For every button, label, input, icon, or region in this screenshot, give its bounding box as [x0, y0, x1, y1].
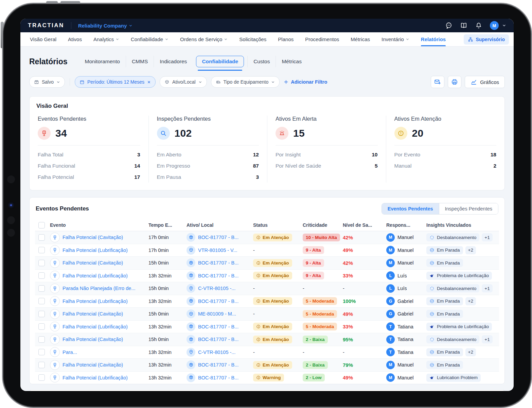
graficos-button[interactable]: Gráficos	[465, 76, 505, 88]
nav-item-ativos[interactable]: Ativos	[68, 32, 82, 46]
asset-link[interactable]: ME-801009 - M...	[198, 311, 236, 317]
nav-item-inventario[interactable]: Inventário	[382, 32, 409, 46]
insight-chip-em-parada[interactable]: OFFEm Parada	[426, 361, 463, 369]
event-link[interactable]: Falha Potencial (Lubrificação)	[63, 324, 128, 329]
insight-extra-count[interactable]: +1	[482, 284, 492, 292]
overview-stat-row: Manual2	[394, 160, 497, 171]
row-checkbox[interactable]	[38, 234, 45, 241]
asset-link[interactable]: C-VTR-80105 -...	[198, 350, 235, 355]
asset-link[interactable]: C-VTR-80105 -...	[198, 286, 235, 291]
tab-custos[interactable]: Custos	[247, 56, 276, 67]
insight-chip-problema-de-lubrificacao[interactable]: Problema de Lubrificação	[426, 323, 492, 331]
asset-link[interactable]: BOC-817707 - B...	[198, 273, 238, 278]
column-header-insights-vinculados[interactable]: Insights Vinculados	[426, 222, 499, 228]
chat-icon[interactable]	[445, 22, 453, 29]
tab-indicadores[interactable]: Indicadores	[154, 56, 193, 67]
insight-extra-count[interactable]: +2	[465, 297, 476, 305]
row-checkbox[interactable]	[38, 272, 45, 279]
insight-chip-desbalanceamento[interactable]: Desbalanceamento	[426, 335, 479, 343]
nav-item-solicitacoes[interactable]: Solicitações	[239, 32, 266, 46]
nav-item-ordens-de-servico[interactable]: Ordens de Serviço	[180, 32, 228, 46]
book-icon[interactable]	[460, 22, 467, 29]
insight-chip-em-parada[interactable]: OFFEm Parada	[426, 259, 463, 267]
asset-link[interactable]: BOC-817707 - B...	[198, 324, 238, 329]
row-checkbox[interactable]	[38, 336, 45, 343]
nav-item-planos[interactable]: Planos	[278, 32, 294, 46]
tab-confiabilidade[interactable]: Confiabilidade	[196, 56, 244, 67]
event-link[interactable]: Falha Potencial (Cavitação)	[63, 362, 123, 368]
nav-item-procedimentos[interactable]: Procedimentos	[305, 32, 339, 46]
email-report-button[interactable]	[431, 76, 444, 88]
row-checkbox[interactable]	[38, 298, 45, 304]
row-checkbox[interactable]	[38, 349, 45, 355]
column-header-respons[interactable]: Respons...	[386, 222, 426, 228]
insight-extra-count[interactable]: +1	[482, 233, 492, 241]
print-button[interactable]	[448, 76, 461, 88]
event-link[interactable]: Falha Potencial (Cavitação)	[63, 311, 123, 317]
nav-item-relatorios[interactable]: Relatórios	[421, 32, 446, 46]
event-link[interactable]: Falha Potencial (Lubrificação)	[63, 248, 128, 253]
column-header-nivel-de-sa[interactable]: Nível de Sa...	[343, 222, 386, 228]
insight-chip-lubrication-problem[interactable]: Lubrication Problem	[426, 374, 481, 382]
nav-item-metricas[interactable]: Métricas	[351, 32, 370, 46]
event-link[interactable]: Falha Potencial (Lubrificação)	[63, 375, 128, 380]
row-checkbox[interactable]	[38, 247, 45, 253]
insight-chip-em-parada[interactable]: OFFEm Parada	[426, 348, 463, 356]
asset-link[interactable]: BOC-817707 - B...	[198, 299, 238, 304]
tab-metricas[interactable]: Métricas	[276, 56, 307, 67]
event-link[interactable]: Falha Potencial (Cavitação)	[63, 260, 123, 266]
row-checkbox[interactable]	[38, 311, 45, 317]
event-link[interactable]: Para...	[63, 350, 77, 355]
asset-link[interactable]: BOC-817707 - B...	[198, 260, 238, 266]
insight-chip-desbalanceamento[interactable]: Desbalanceamento	[426, 233, 479, 241]
nav-item-analytics[interactable]: Analytics	[93, 32, 119, 46]
svg-text:OFF: OFF	[431, 313, 434, 315]
asset-link[interactable]: BOC-817707 - B...	[198, 235, 238, 240]
user-avatar[interactable]: M	[490, 21, 499, 30]
insight-chip-problema-de-lubrificacao[interactable]: Problema de Lubrificação	[426, 272, 492, 280]
add-filter-button[interactable]: Adicionar Filtro	[284, 79, 327, 85]
column-header-tempo-e[interactable]: Tempo E...	[148, 222, 187, 228]
nav-item-visao-geral[interactable]: Visão Geral	[30, 32, 56, 46]
insight-extra-count[interactable]: +2	[465, 246, 476, 254]
asset-link[interactable]: BOC-817707 - B...	[198, 375, 238, 380]
insight-chip-desbalanceamento[interactable]: Desbalanceamento	[426, 284, 479, 292]
select-all-checkbox[interactable]	[38, 222, 45, 228]
equipment-type-filter-chip[interactable]: Tipo de Equipamento	[211, 76, 280, 88]
asset-link[interactable]: VTR-801005 - V...	[198, 248, 237, 253]
event-link[interactable]: Falha Potencial (Lubrificação)	[63, 299, 128, 304]
toggle-eventos-pendentes[interactable]: Eventos Pendentes	[382, 203, 439, 214]
tab-monitoramento[interactable]: Monitoramento	[79, 56, 125, 67]
event-link[interactable]: Falha Potencial (Cavitação)	[63, 235, 123, 240]
insight-chip-em-parada[interactable]: OFFEm Parada	[426, 310, 463, 318]
event-link[interactable]: Falha Potencial (Lubrificação)	[63, 273, 128, 278]
insight-extra-count[interactable]: +1	[482, 335, 492, 343]
asset-link[interactable]: BOC-817707 - B...	[198, 337, 238, 342]
saved-filters-chip[interactable]: Salvo	[29, 76, 65, 88]
event-link[interactable]: Falha Potencial (Cavitação)	[63, 337, 123, 342]
row-checkbox[interactable]	[38, 323, 45, 330]
row-checkbox[interactable]	[38, 285, 45, 292]
asset-filter-chip[interactable]: Ativo/Local	[160, 76, 207, 88]
period-filter-chip[interactable]: Período: Últimos 12 Meses	[75, 76, 156, 88]
row-checkbox[interactable]	[38, 260, 45, 266]
tab-cmms[interactable]: CMMS	[126, 56, 154, 67]
row-checkbox[interactable]	[38, 362, 45, 368]
toggle-inspecoes-pendentes[interactable]: Inspeções Pendentes	[439, 203, 498, 214]
company-selector[interactable]: Reliability Company	[78, 23, 132, 29]
bell-icon[interactable]	[475, 22, 482, 29]
column-header-criticidade[interactable]: Criticidade	[303, 222, 343, 228]
column-header-evento[interactable]: Evento	[50, 222, 148, 228]
nav-item-label: Relatórios	[421, 36, 446, 42]
user-menu-chevron-icon[interactable]	[502, 23, 506, 28]
row-checkbox[interactable]	[38, 374, 45, 381]
insight-extra-count[interactable]: +2	[465, 348, 476, 356]
insight-chip-em-parada[interactable]: OFFEm Parada	[426, 246, 463, 254]
insight-chip-em-parada[interactable]: OFFEm Parada	[426, 297, 463, 305]
column-header-ativo-local[interactable]: Ativo/ Local	[187, 222, 253, 228]
supervisorio-button[interactable]: Supervisório	[464, 34, 509, 45]
nav-item-confiabilidade[interactable]: Confiabilidade	[131, 32, 169, 46]
column-header-status[interactable]: Status	[253, 222, 303, 228]
event-link[interactable]: Parada Não Planejada (Erro de...	[63, 286, 135, 291]
asset-link[interactable]: BOC-817707 - B...	[198, 362, 238, 368]
